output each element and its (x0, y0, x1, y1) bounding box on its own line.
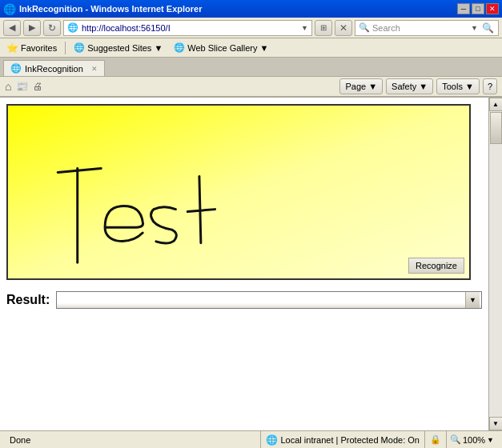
zoom-level: 100% (463, 435, 485, 445)
result-select-wrapper[interactable]: ▼ (56, 291, 482, 309)
status-zone-segment: 🌐 Local intranet | Protected Mode: On (261, 431, 424, 448)
vertical-scrollbar[interactable]: ▲ ▼ (488, 98, 502, 430)
tab-icon: 🌐 (10, 63, 22, 74)
page-content: Recognize Result: ▼ (0, 98, 488, 430)
search-dropdown-icon[interactable]: ▼ (471, 24, 478, 32)
web-slice-icon: 🌐 (174, 42, 185, 53)
suggested-sites-icon: 🌐 (74, 42, 85, 53)
result-label: Result: (6, 293, 50, 307)
web-slice-label: Web Slice Gallery ▼ (187, 43, 268, 53)
dropdown-arrow-url[interactable]: ▼ (301, 24, 308, 32)
status-done-segment: Done (5, 431, 261, 448)
suggested-sites-button[interactable]: 🌐 Suggested Sites ▼ (70, 41, 166, 54)
favorites-bar: ⭐ Favorites 🌐 Suggested Sites ▼ 🌐 Web Sl… (0, 38, 502, 58)
browser-content: Recognize Result: ▼ ▲ ▼ (0, 98, 502, 430)
search-placeholder: Search (372, 23, 468, 33)
zoom-segment[interactable]: 🔍 100% ▼ (447, 434, 497, 445)
page-menu-label: Page ▼ (345, 82, 377, 91)
ink-drawing (8, 106, 469, 278)
address-bar: ◀ ▶ ↻ 🌐 http://localhost:56150/I ▼ ⊞ ✕ 🔍… (0, 18, 502, 38)
suggested-sites-label: Suggested Sites ▼ (87, 43, 163, 53)
tab-bar: 🌐 InkRecognition ✕ (0, 58, 502, 77)
back-button[interactable]: ◀ (3, 20, 21, 36)
tools-menu-label: Tools ▼ (442, 82, 474, 91)
address-input[interactable]: 🌐 http://localhost:56150/I ▼ (63, 20, 312, 36)
title-bar-left: 🌐 InkRecognition - Windows Internet Expl… (3, 3, 202, 15)
web-slice-gallery-button[interactable]: 🌐 Web Slice Gallery ▼ (171, 41, 271, 54)
status-bar: Done 🌐 Local intranet | Protected Mode: … (0, 430, 502, 448)
browser-icon: 🌐 (3, 3, 16, 15)
result-row: Result: ▼ (6, 288, 482, 312)
help-button[interactable]: ? (483, 78, 497, 94)
scroll-track[interactable] (489, 111, 503, 417)
recognize-button[interactable]: Recognize (408, 258, 464, 274)
tab-label: InkRecognition (25, 64, 83, 74)
zoom-dropdown-icon[interactable]: ▼ (487, 436, 494, 444)
scroll-thumb[interactable] (490, 112, 502, 144)
zoom-icon: 🔍 (450, 434, 461, 445)
favorites-label: Favorites (21, 43, 57, 53)
print-icon[interactable]: 🖨 (33, 81, 42, 92)
url-text: http://localhost:56150/I (82, 23, 171, 33)
search-box[interactable]: 🔍 Search ▼ 🔍 (355, 20, 499, 36)
compat-view-button[interactable]: ⊞ (315, 20, 332, 36)
browser-tab[interactable]: 🌐 InkRecognition ✕ (3, 60, 105, 76)
page-icon: 🌐 (67, 22, 78, 33)
status-text: Done (10, 435, 30, 445)
toolbar-icons: ⌂ 📰 🖨 (5, 80, 42, 93)
forward-button[interactable]: ▶ (23, 20, 41, 36)
home-icon[interactable]: ⌂ (5, 80, 11, 93)
window-title: InkRecognition - Windows Internet Explor… (19, 4, 202, 14)
scroll-up-button[interactable]: ▲ (489, 98, 503, 111)
lock-icon: 🔒 (430, 434, 441, 445)
favorites-star-icon: ⭐ (6, 42, 18, 54)
maximize-button[interactable]: □ (472, 3, 484, 14)
scroll-down-button[interactable]: ▼ (489, 417, 503, 430)
refresh-stop-button[interactable]: ✕ (335, 20, 352, 36)
live-search-icon: 🔍 (359, 22, 370, 33)
toolbar: ⌂ 📰 🖨 Page ▼ Safety ▼ Tools ▼ ? (0, 77, 502, 98)
tab-close-icon[interactable]: ✕ (91, 65, 98, 73)
refresh-button[interactable]: ↻ (43, 20, 61, 36)
close-button[interactable]: ✕ (486, 3, 499, 14)
zone-text: Local intranet | Protected Mode: On (280, 435, 419, 445)
page-menu-button[interactable]: Page ▼ (339, 78, 383, 94)
security-icon: 🌐 (266, 434, 278, 446)
result-dropdown-arrow[interactable]: ▼ (465, 292, 480, 308)
help-icon: ? (488, 82, 492, 91)
privacy-segment: 🔒 (425, 431, 447, 448)
tools-menu-button[interactable]: Tools ▼ (436, 78, 480, 94)
title-bar-buttons: ─ □ ✕ (457, 3, 499, 14)
feeds-icon[interactable]: 📰 (16, 81, 28, 92)
minimize-button[interactable]: ─ (457, 3, 470, 14)
ink-canvas[interactable]: Recognize (6, 104, 471, 280)
safety-menu-label: Safety ▼ (392, 82, 428, 91)
safety-menu-button[interactable]: Safety ▼ (386, 78, 433, 94)
search-submit-button[interactable]: 🔍 (480, 21, 495, 35)
favorites-button[interactable]: ⭐ Favorites (3, 41, 60, 55)
title-bar: 🌐 InkRecognition - Windows Internet Expl… (0, 0, 502, 18)
